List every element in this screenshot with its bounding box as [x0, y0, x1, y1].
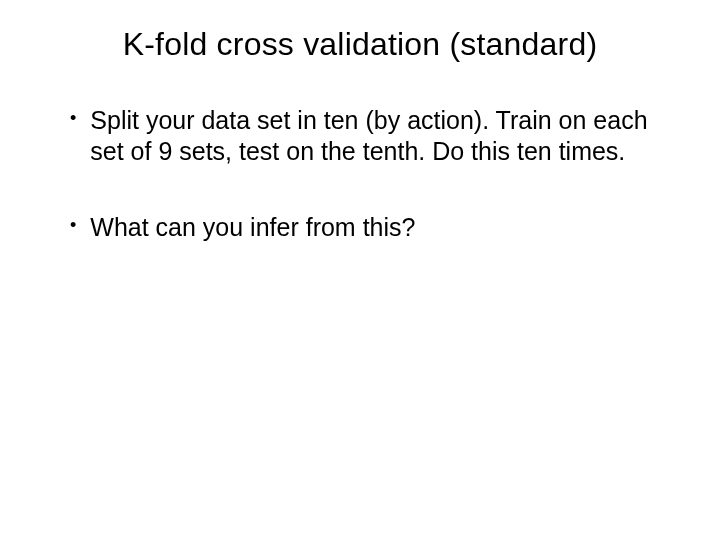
- list-item: • Split your data set in ten (by action)…: [70, 105, 670, 168]
- bullet-icon: •: [70, 214, 76, 237]
- slide-content: • Split your data set in ten (by action)…: [50, 105, 670, 243]
- list-item: • What can you infer from this?: [70, 212, 670, 243]
- slide-title: K-fold cross validation (standard): [50, 26, 670, 63]
- bullet-icon: •: [70, 107, 76, 130]
- slide: K-fold cross validation (standard) • Spl…: [0, 0, 720, 540]
- bullet-text: What can you infer from this?: [90, 212, 670, 243]
- bullet-text: Split your data set in ten (by action). …: [90, 105, 670, 168]
